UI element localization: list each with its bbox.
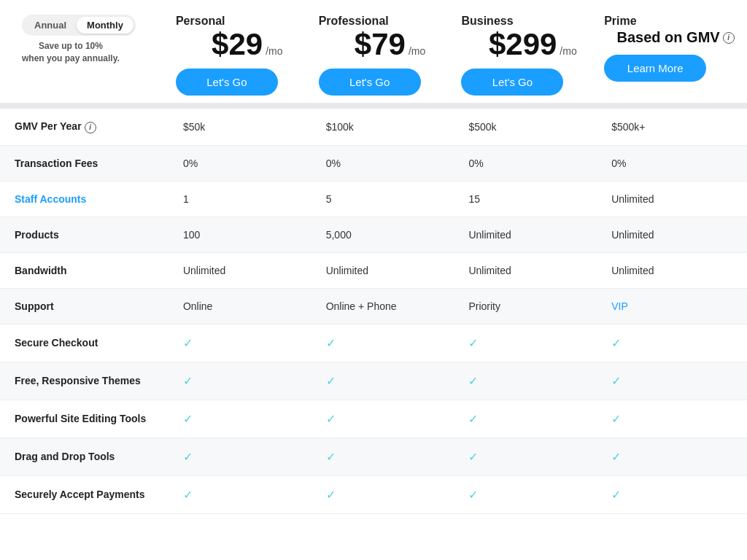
feature-row-10: Securely Accept Payments✓✓✓✓ [0,475,747,513]
price-dollar-personal: $29 [212,29,263,60]
feature-value-2-3: Unlimited [604,181,747,217]
price-per-business: /mo [560,45,576,57]
feature-row-0: GMV Per Yeari$50k$100k$500k$500k+ [0,109,747,145]
check-icon-10-3: ✓ [611,488,621,502]
feature-row-5: SupportOnlineOnline + PhonePriorityVIP [0,288,747,324]
feature-value-8-0: ✓ [176,400,319,438]
business-cta-button[interactable]: Let's Go [461,69,563,96]
prime-cta-button[interactable]: Learn More [604,55,706,82]
feature-value-10-1: ✓ [319,475,462,513]
feature-value-7-1: ✓ [319,362,462,400]
feature-label-5: Support [0,288,176,324]
feature-value-5-3: VIP [604,288,747,324]
feature-value-10-3: ✓ [604,475,747,513]
feature-value-5-0: Online [176,288,319,324]
feature-value-9-3: ✓ [604,438,747,475]
check-icon-8-2: ✓ [468,412,478,426]
prime-price-text: Based on GMV [617,29,720,46]
feature-label-8: Powerful Site Editing Tools [0,400,176,438]
feature-label-7: Free, Responsive Themes [0,362,176,400]
feature-label-9: Drag and Drop Tools [0,438,176,475]
feature-value-3-1: 5,000 [319,217,462,252]
feature-value-1-2: 0% [461,145,604,181]
plan-price-professional: $79 /mo [319,29,462,60]
feature-row-2: Staff Accounts1515Unlimited [0,181,747,217]
feature-value-0-2: $500k [461,109,604,145]
feature-row-7: Free, Responsive Themes✓✓✓✓ [0,362,747,400]
plan-header-professional: Professional $79 /mo Let's Go [319,15,462,103]
personal-cta-button[interactable]: Let's Go [176,69,278,96]
feature-value-9-2: ✓ [461,438,604,475]
feature-value-3-0: 100 [176,217,319,252]
prime-price: Based on GMV i [604,29,747,46]
billing-toggle[interactable]: Annual Monthly [22,15,136,36]
feature-info-icon-0[interactable]: i [85,122,96,133]
check-icon-7-1: ✓ [326,374,336,388]
feature-label-0: GMV Per Yeari [0,109,176,145]
feature-value-2-2: 15 [461,181,604,217]
check-icon-9-0: ✓ [183,450,193,464]
feature-value-9-1: ✓ [319,438,462,475]
feature-value-7-2: ✓ [461,362,604,400]
plan-header-personal: Personal $29 /mo Let's Go [176,15,319,103]
price-per-personal: /mo [266,45,282,57]
check-icon-9-3: ✓ [611,450,621,464]
feature-value-3-2: Unlimited [461,217,604,252]
plan-name-business: Business [461,15,604,28]
feature-label-6: Secure Checkout [0,324,176,362]
feature-value-2-0: 1 [176,181,319,217]
feature-value-1-3: 0% [604,145,747,181]
prime-info-icon[interactable]: i [723,32,735,44]
feature-value-4-1: Unlimited [319,252,462,288]
feature-value-0-0: $50k [176,109,319,145]
feature-value-0-3: $500k+ [604,109,747,145]
check-icon-7-3: ✓ [611,374,621,388]
feature-value-5-1: Online + Phone [319,288,462,324]
feature-value-1-1: 0% [319,145,462,181]
check-icon-7-2: ✓ [468,374,478,388]
check-icon-10-1: ✓ [326,488,336,502]
price-dollar-business: $299 [489,29,557,60]
check-icon-9-2: ✓ [468,450,478,464]
feature-value-4-3: Unlimited [604,252,747,288]
feature-label-4: Bandwidth [0,252,176,288]
feature-row-3: Products1005,000UnlimitedUnlimited [0,217,747,252]
feature-value-8-2: ✓ [461,400,604,438]
check-icon-10-0: ✓ [183,488,193,502]
feature-label-3: Products [0,217,176,252]
check-icon-6-1: ✓ [326,336,336,350]
plan-header-prime: Prime Based on GMV i Learn More [604,15,747,103]
feature-value-6-1: ✓ [319,324,462,362]
feature-value-5-2: Priority [461,288,604,324]
feature-value-0-1: $100k [319,109,462,145]
price-per-professional: /mo [409,45,425,57]
professional-cta-button[interactable]: Let's Go [319,69,421,96]
price-dollar-professional: $79 [355,29,406,60]
feature-value-9-0: ✓ [176,438,319,475]
annual-toggle[interactable]: Annual [24,17,77,34]
feature-label-2: Staff Accounts [0,181,176,217]
plan-header-business: Business $299 /mo Let's Go [461,15,604,103]
feature-row-6: Secure Checkout✓✓✓✓ [0,324,747,362]
feature-row-1: Transaction Fees0%0%0%0% [0,145,747,181]
pricing-table: Annual Monthly Save up to 10%when you pa… [0,15,747,514]
feature-value-10-0: ✓ [176,475,319,513]
feature-label-1: Transaction Fees [0,145,176,181]
feature-value-8-1: ✓ [319,400,462,438]
feature-row-4: BandwidthUnlimitedUnlimitedUnlimitedUnli… [0,252,747,288]
plan-name-personal: Personal [176,15,319,28]
check-icon-6-2: ✓ [468,336,478,350]
header-row: Annual Monthly Save up to 10%when you pa… [0,15,747,103]
feature-value-8-3: ✓ [604,400,747,438]
check-icon-6-3: ✓ [611,336,621,350]
feature-value-4-0: Unlimited [176,252,319,288]
feature-value-3-3: Unlimited [604,217,747,252]
plan-name-professional: Professional [319,15,462,28]
check-icon-6-0: ✓ [183,336,193,350]
toggle-section: Annual Monthly Save up to 10%when you pa… [0,15,176,65]
check-icon-9-1: ✓ [326,450,336,464]
plan-price-business: $299 /mo [461,29,604,60]
feature-value-6-2: ✓ [461,324,604,362]
feature-row-8: Powerful Site Editing Tools✓✓✓✓ [0,400,747,438]
monthly-toggle[interactable]: Monthly [77,17,133,34]
